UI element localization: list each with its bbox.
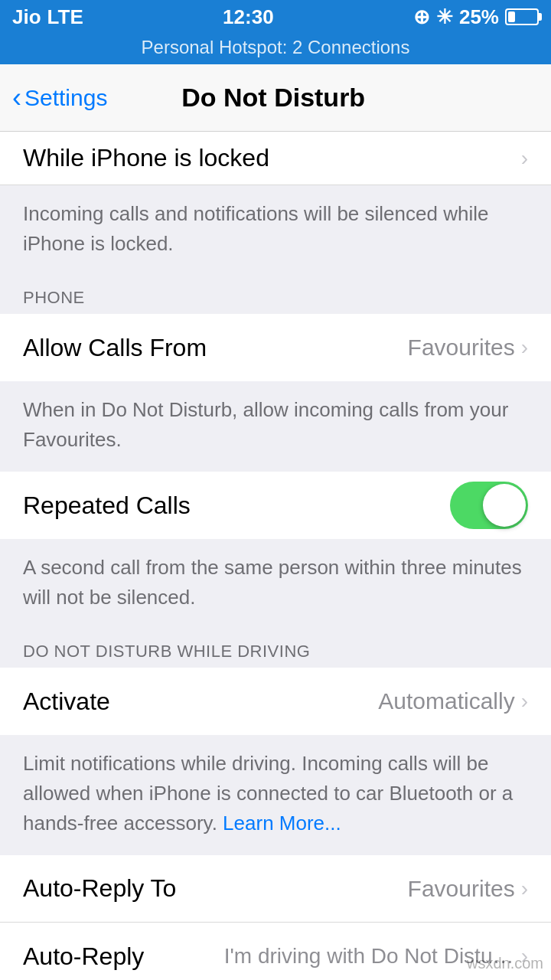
battery-percentage: 25% xyxy=(459,5,499,29)
driving-section-header: DO NOT DISTURB WHILE DRIVING xyxy=(0,629,551,668)
locked-description: Incoming calls and notifications will be… xyxy=(0,185,551,276)
back-button[interactable]: ‹ Settings xyxy=(12,82,107,114)
learn-more-link[interactable]: Learn More... xyxy=(223,812,341,835)
driving-header-label: DO NOT DISTURB WHILE DRIVING xyxy=(23,642,310,661)
while-locked-row[interactable]: While iPhone is locked › xyxy=(0,132,551,185)
navigation-bar: ‹ Settings Do Not Disturb xyxy=(0,64,551,132)
status-left: Jio LTE xyxy=(12,5,83,29)
activate-value: Automatically xyxy=(378,688,514,714)
repeated-calls-toggle[interactable] xyxy=(450,482,528,529)
phone-header-label: PHONE xyxy=(23,288,85,307)
activate-row[interactable]: Activate Automatically › xyxy=(0,668,551,735)
repeated-calls-group: Repeated Calls xyxy=(0,472,551,539)
while-locked-chevron: › xyxy=(521,146,528,171)
allow-calls-row[interactable]: Allow Calls From Favourites › xyxy=(0,314,551,381)
hotspot-text: Personal Hotspot: 2 Connections xyxy=(142,37,410,57)
allow-calls-label: Allow Calls From xyxy=(23,334,408,362)
repeated-calls-description-text: A second call from the same person withi… xyxy=(23,556,522,609)
toggle-knob xyxy=(483,484,526,527)
battery-icon xyxy=(505,8,539,25)
auto-reply-to-value-container: Favourites › xyxy=(408,876,528,902)
allow-calls-description: When in Do Not Disturb, allow incoming c… xyxy=(0,381,551,472)
auto-reply-label: Auto-Reply xyxy=(23,942,144,971)
auto-reply-to-label: Auto-Reply To xyxy=(23,874,408,903)
network-label: LTE xyxy=(47,5,83,29)
activate-chevron: › xyxy=(521,689,528,714)
hotspot-bar: Personal Hotspot: 2 Connections xyxy=(0,34,551,64)
while-locked-label: While iPhone is locked xyxy=(23,144,521,172)
status-bar: Jio LTE 12:30 ⊕ ✳ 25% xyxy=(0,0,551,34)
allow-calls-group: Allow Calls From Favourites › xyxy=(0,314,551,381)
auto-reply-to-row[interactable]: Auto-Reply To Favourites › xyxy=(0,855,551,923)
bluetooth-icon: ✳ xyxy=(436,5,453,29)
settings-content: While iPhone is locked › Incoming calls … xyxy=(0,132,551,980)
locked-description-text: Incoming calls and notifications will be… xyxy=(23,202,488,255)
time-label: 12:30 xyxy=(223,5,274,29)
auto-reply-to-value: Favourites xyxy=(408,876,515,902)
driving-description: Limit notifications while driving. Incom… xyxy=(0,735,551,855)
status-right: ⊕ ✳ 25% xyxy=(413,5,539,29)
locked-group: While iPhone is locked › xyxy=(0,132,551,185)
activate-label: Activate xyxy=(23,688,378,716)
back-label[interactable]: Settings xyxy=(24,85,107,111)
back-chevron-icon: ‹ xyxy=(12,82,21,114)
phone-section-header: PHONE xyxy=(0,276,551,314)
allow-calls-value: Favourites xyxy=(408,335,515,361)
carrier-label: Jio xyxy=(12,5,41,29)
allow-calls-description-text: When in Do Not Disturb, allow incoming c… xyxy=(23,398,508,451)
repeated-calls-description: A second call from the same person withi… xyxy=(0,539,551,629)
activate-group: Activate Automatically › xyxy=(0,668,551,735)
watermark: wsxdn.com xyxy=(467,955,543,972)
repeated-calls-row: Repeated Calls xyxy=(0,472,551,539)
activate-value-container: Automatically › xyxy=(378,688,528,714)
auto-reply-to-chevron: › xyxy=(521,877,528,901)
allow-calls-value-container: Favourites › xyxy=(408,335,528,361)
location-icon: ⊕ xyxy=(413,5,430,29)
repeated-calls-label: Repeated Calls xyxy=(23,492,450,520)
page-title: Do Not Disturb xyxy=(107,83,439,113)
allow-calls-chevron: › xyxy=(521,335,528,360)
